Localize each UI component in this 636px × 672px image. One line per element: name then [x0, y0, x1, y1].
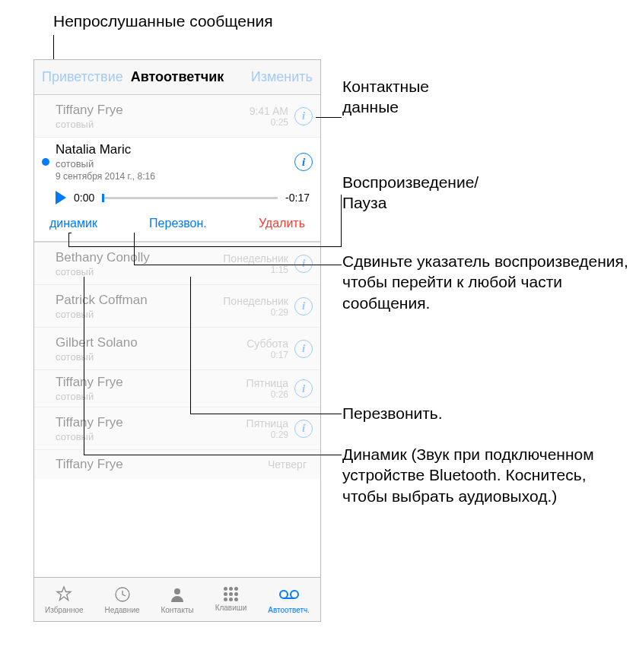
unread-dot	[42, 158, 49, 166]
row-dur: 0:26	[246, 389, 288, 400]
row-time: Понедельник	[223, 295, 288, 307]
row-date: 9 сентября 2014 г., 8:16	[56, 171, 288, 182]
row-name: Natalia Maric	[56, 142, 288, 157]
tab-recents[interactable]: Недавние	[105, 585, 140, 614]
tab-label: Недавние	[105, 606, 140, 614]
table-row[interactable]: Natalia Maric сотовый 9 сентября 2014 г.…	[34, 138, 320, 186]
tab-label: Избранное	[45, 606, 84, 614]
info-icon[interactable]: i	[294, 420, 313, 438]
scrubber-thumb[interactable]	[102, 194, 104, 202]
row-name: Tiffany Frye	[56, 103, 250, 118]
line-scrub-h	[134, 265, 342, 265]
phone-frame: Приветствие Автоответчик Изменить Tiffan…	[33, 59, 321, 622]
nav-title: Автоответчик	[131, 69, 224, 85]
row-time: Понедельник	[223, 252, 288, 265]
info-icon[interactable]: i	[294, 107, 313, 125]
clock-icon	[113, 585, 132, 604]
svg-point-3	[291, 591, 298, 598]
tab-label: Автоответч.	[268, 606, 310, 614]
row-dur: 0:29	[246, 430, 288, 440]
row-sub: сотовый	[56, 309, 223, 320]
row-sub: сотовый	[56, 266, 223, 277]
tab-contacts[interactable]: Контакты	[161, 585, 193, 614]
info-icon[interactable]: i	[294, 255, 313, 273]
row-time: Четверг	[268, 458, 307, 471]
nav-greeting[interactable]: Приветствие	[42, 69, 123, 85]
unread-label: Непрослушанные сообщения	[53, 12, 273, 30]
tab-label: Клавиши	[215, 604, 247, 612]
svg-point-2	[280, 591, 288, 598]
person-icon	[168, 585, 186, 604]
voicemail-list: Tiffany Frye сотовый 9:41 AM 0:25 i Nata…	[34, 95, 320, 479]
remaining-time: -0:17	[285, 192, 310, 204]
line-play-v	[68, 233, 69, 246]
row-time: 9:41 AM	[250, 105, 288, 117]
line-scrub-v	[134, 233, 135, 265]
table-row[interactable]: Patrick Coffman сотовый Понедельник 0:29…	[34, 285, 320, 328]
voicemail-icon	[278, 585, 301, 604]
star-icon	[55, 585, 73, 604]
line-play-out	[68, 246, 341, 247]
speaker-button[interactable]: динамик	[49, 217, 97, 230]
annot-play: Воспроизведение/ Пауза	[342, 172, 630, 214]
delete-button[interactable]: Удалить	[259, 217, 305, 230]
svg-point-1	[174, 588, 180, 594]
elapsed-time: 0:00	[74, 192, 94, 204]
row-dur: 0:17	[246, 350, 288, 360]
line-speaker-h	[84, 455, 342, 455]
nav-edit[interactable]: Изменить	[251, 69, 313, 85]
row-sub: сотовый	[56, 158, 288, 170]
annot-speaker: Динамик (Звук при подключенном устройств…	[342, 444, 630, 506]
tab-bar: Избранное Недавние Контакты Клавиши Авто…	[34, 577, 320, 621]
row-dur: 1:15	[223, 265, 288, 275]
info-icon[interactable]: i	[294, 297, 313, 315]
tab-keypad[interactable]: Клавиши	[215, 587, 247, 612]
line-callback-v	[190, 277, 191, 414]
tab-voicemail[interactable]: Автоответч.	[268, 585, 310, 614]
tab-label: Контакты	[161, 606, 193, 614]
tab-favorites[interactable]: Избранное	[45, 585, 84, 614]
line-contact	[316, 117, 342, 118]
keypad-icon	[224, 587, 238, 601]
line-callback-h	[190, 414, 342, 414]
line-play-up	[341, 195, 342, 247]
row-name: Patrick Coffman	[56, 293, 223, 308]
play-icon[interactable]	[56, 191, 66, 204]
row-time: Пятница	[246, 377, 288, 389]
table-row-expanded: Natalia Maric сотовый 9 сентября 2014 г.…	[34, 138, 320, 242]
action-row: динамик Перезвон. Удалить	[34, 208, 320, 242]
scrubber-track[interactable]	[102, 197, 278, 199]
row-sub: сотовый	[56, 119, 250, 130]
annot-callback: Перезвонить.	[342, 403, 630, 423]
table-row[interactable]: Tiffany Frye сотовый Пятница 0:26 i	[34, 370, 320, 407]
callback-button[interactable]: Перезвон.	[149, 217, 207, 230]
row-time: Суббота	[246, 338, 288, 350]
navbar: Приветствие Автоответчик Изменить	[34, 60, 320, 95]
line-speaker-v	[84, 277, 84, 455]
row-dur: 0:29	[223, 307, 288, 318]
table-row[interactable]: Gilbert Solano сотовый Суббота 0:17 i	[34, 328, 320, 370]
info-icon[interactable]: i	[294, 153, 313, 171]
row-time: Пятница	[246, 417, 288, 430]
row-name: Tiffany Frye	[56, 457, 268, 472]
playback-bar: 0:00 -0:17	[34, 186, 320, 208]
info-icon[interactable]: i	[294, 340, 313, 358]
table-row[interactable]: Bethany Conolly сотовый Понедельник 1:15…	[34, 242, 320, 285]
info-icon[interactable]: i	[294, 379, 313, 398]
annot-scrub: Сдвиньте указатель воспроизведения, чтоб…	[342, 251, 630, 313]
table-row[interactable]: Tiffany Frye сотовый 9:41 AM 0:25 i	[34, 95, 320, 138]
row-name: Bethany Conolly	[56, 250, 223, 265]
annot-contact: Контактные данные	[342, 76, 630, 118]
row-dur: 0:25	[250, 117, 288, 128]
